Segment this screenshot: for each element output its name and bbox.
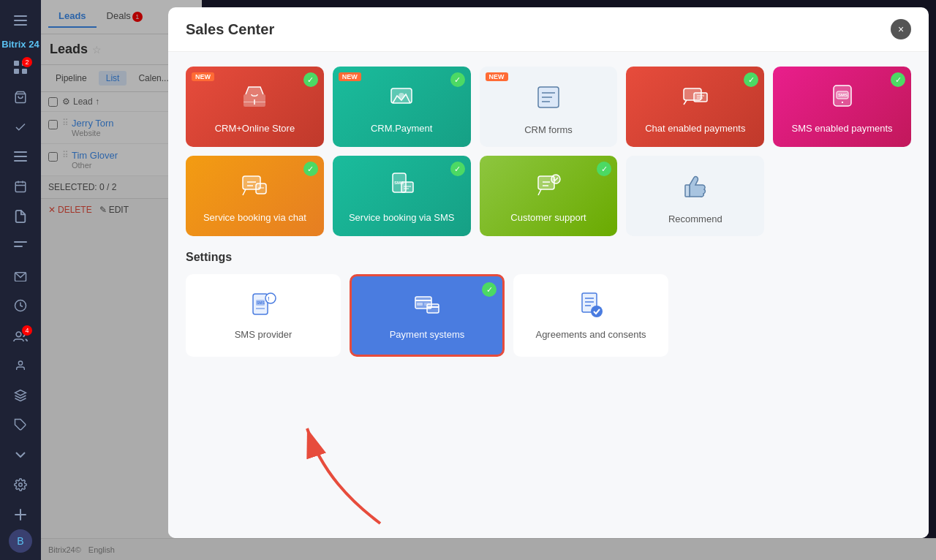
sidebar-bottom: B — [9, 529, 32, 560]
svg-rect-11 — [15, 182, 26, 192]
sms-payments-icon: SMS — [828, 81, 857, 117]
check-badge: ✓ — [303, 162, 318, 176]
card-label: Recommend — [668, 213, 722, 224]
modal-title: Sales Center — [186, 21, 274, 38]
sidebar-icon-cart[interactable] — [6, 84, 35, 111]
svg-rect-3 — [14, 61, 19, 66]
sidebar-icon-chevron-down[interactable] — [6, 442, 35, 469]
svg-text:!: ! — [268, 295, 270, 302]
sidebar-icon-menu[interactable] — [6, 232, 35, 260]
svg-point-19 — [16, 332, 21, 337]
svg-rect-15 — [14, 241, 27, 243]
card-label: Chat enabled payments — [645, 123, 745, 135]
crm-store-icon — [240, 81, 269, 117]
check-badge: ✓ — [891, 72, 905, 87]
users-badge: 4 — [22, 325, 32, 336]
svg-rect-24 — [15, 514, 26, 515]
sidebar-icon-gear[interactable] — [6, 471, 35, 498]
card-label: SMS enabled payments — [792, 123, 893, 135]
svg-rect-65 — [417, 303, 423, 306]
setting-card-sms-provider[interactable]: SMS ! SMS provider — [186, 274, 341, 357]
card-recommend[interactable]: Recommend — [626, 156, 764, 236]
sidebar: Bitrix 24 2 — [0, 0, 41, 560]
svg-text:SMS: SMS — [838, 93, 848, 97]
sidebar-icon-grid[interactable]: 2 — [6, 54, 35, 81]
app-logo: Bitrix 24 — [1, 36, 39, 53]
card-crm-store[interactable]: NEW ✓ CRM+Online Store — [186, 67, 324, 147]
svg-rect-67 — [427, 304, 439, 313]
check-badge: ✓ — [744, 72, 758, 87]
sidebar-icon-users[interactable]: 4 — [6, 322, 35, 349]
sms-provider-icon: SMS ! — [250, 291, 276, 323]
card-label: CRM+Online Store — [215, 123, 295, 135]
svg-point-29 — [399, 93, 404, 99]
settings-section-title: Settings — [186, 251, 911, 264]
svg-rect-2 — [14, 24, 27, 26]
check-badge: ✓ — [597, 162, 611, 176]
agreements-icon — [578, 291, 604, 323]
card-customer-support[interactable]: ✓ Customer support — [480, 156, 618, 236]
user-avatar[interactable]: B — [9, 529, 32, 553]
sidebar-icon-cal2[interactable] — [6, 292, 35, 319]
card-label: Service booking via chat — [203, 212, 306, 224]
setting-card-payment-systems[interactable]: ✓ Payment systems — [350, 274, 505, 357]
grid-badge: 2 — [22, 57, 32, 67]
card-label: CRM.Payment — [371, 123, 433, 135]
sidebar-icon-check[interactable] — [6, 113, 35, 140]
svg-rect-16 — [14, 246, 23, 247]
chat-payments-icon — [681, 81, 710, 117]
card-service-sms[interactable]: ✓ SMS Service booking via SMS — [333, 156, 471, 236]
setting-label: Payment systems — [390, 329, 465, 340]
setting-label: Agreements and consents — [535, 329, 646, 340]
svg-rect-5 — [14, 69, 19, 74]
svg-rect-10 — [14, 160, 27, 162]
card-crm-payment[interactable]: NEW ✓ CRM.Payment — [333, 67, 471, 147]
setting-card-agreements[interactable]: Agreements and consents — [513, 274, 668, 357]
sidebar-icon-doc[interactable] — [6, 203, 35, 230]
svg-point-22 — [19, 483, 23, 487]
recommend-icon — [681, 172, 710, 208]
svg-point-73 — [591, 306, 603, 317]
card-sms-payments[interactable]: ✓ SMS SMS enabled payments — [773, 67, 911, 147]
check-badge: ✓ — [450, 72, 465, 87]
svg-point-20 — [18, 361, 22, 365]
sidebar-icon-list[interactable] — [6, 143, 35, 170]
sidebar-icon-person[interactable] — [6, 352, 35, 379]
sidebar-icon-calendar[interactable] — [6, 173, 35, 200]
card-label: Service booking via SMS — [349, 212, 455, 224]
check-badge: ✓ — [303, 72, 318, 87]
service-chat-icon — [240, 170, 269, 206]
setting-label: SMS provider — [235, 329, 292, 340]
sales-center-modal: Sales Center × NEW ✓ CRM+Onlin — [168, 7, 929, 538]
svg-rect-0 — [14, 15, 27, 17]
card-crm-forms[interactable]: NEW CRM forms — [480, 67, 618, 147]
modal-body: NEW ✓ CRM+Online Store NEW ✓ — [168, 52, 929, 538]
sidebar-icon-cat[interactable] — [6, 382, 35, 409]
crm-payment-icon — [387, 81, 416, 117]
service-sms-icon: SMS — [387, 170, 416, 206]
card-label: CRM forms — [524, 124, 573, 135]
feature-cards-grid: NEW ✓ CRM+Online Store NEW ✓ — [186, 67, 911, 236]
svg-rect-9 — [14, 156, 27, 157]
modal-close-button[interactable]: × — [891, 19, 911, 39]
sidebar-icon-tag[interactable] — [6, 412, 35, 439]
card-service-chat[interactable]: ✓ Service booking via chat — [186, 156, 324, 236]
sidebar-icon-add[interactable] — [6, 501, 35, 528]
svg-rect-35 — [694, 93, 707, 102]
modal-header: Sales Center × — [168, 7, 929, 52]
svg-rect-1 — [14, 20, 27, 21]
crm-forms-icon — [534, 83, 563, 118]
svg-rect-56 — [685, 185, 690, 197]
svg-rect-8 — [14, 151, 27, 153]
svg-rect-45 — [256, 183, 266, 194]
card-chat-payments[interactable]: ✓ Chat enabled payments — [626, 67, 764, 147]
check-badge: ✓ — [482, 282, 497, 297]
check-badge: ✓ — [450, 162, 465, 176]
svg-rect-49 — [401, 182, 413, 192]
hamburger-icon[interactable] — [6, 7, 35, 34]
new-badge: NEW — [192, 72, 214, 81]
sidebar-icon-mail[interactable] — [6, 262, 35, 290]
settings-section: Settings SMS ! SMS provider — [186, 251, 911, 357]
svg-text:SMS: SMS — [257, 300, 265, 305]
svg-rect-6 — [22, 69, 27, 74]
